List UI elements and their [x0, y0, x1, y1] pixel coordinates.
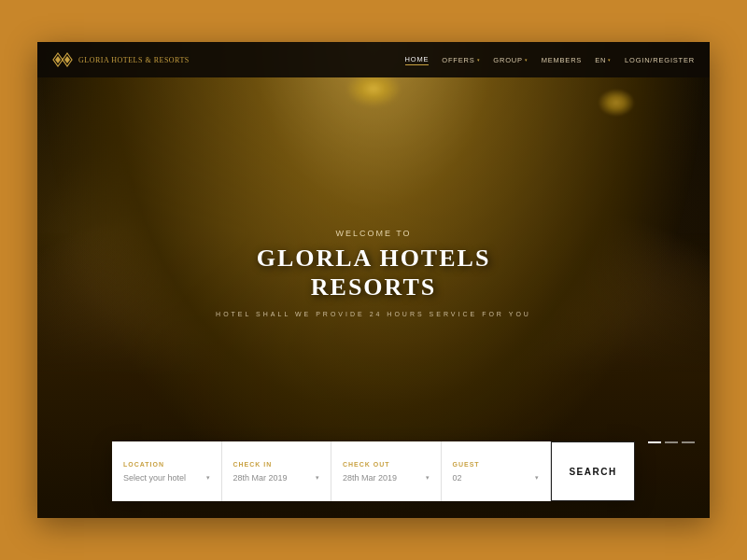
- nav-language[interactable]: EN ▾: [595, 56, 612, 64]
- navbar: Gloria Hotels & Resorts Home Offers ▾ Gr…: [37, 42, 710, 77]
- dot-1[interactable]: [648, 441, 661, 443]
- nav-login-register[interactable]: Login/Register: [625, 56, 695, 64]
- logo-area: Gloria Hotels & Resorts: [52, 52, 190, 67]
- logo-diamonds: [52, 52, 73, 67]
- search-button[interactable]: SEARCH: [551, 441, 635, 501]
- chevron-down-icon: ▾: [535, 474, 539, 482]
- nav-members[interactable]: Members: [542, 56, 583, 64]
- nav-links: Home Offers ▾ Group ▾ Members EN ▾ Login…: [405, 55, 695, 65]
- nav-offers[interactable]: Offers ▾: [442, 56, 480, 64]
- chevron-down-icon: ▾: [426, 474, 430, 482]
- location-value: Select your hotel: [123, 473, 186, 483]
- location-input-row: Select your hotel ▾: [123, 473, 210, 483]
- dot-3[interactable]: [682, 441, 695, 443]
- svg-marker-1: [55, 56, 61, 63]
- checkout-input-row: 28th Mar 2019 ▾: [343, 473, 430, 483]
- checkout-field[interactable]: Check Out 28th Mar 2019 ▾: [331, 441, 442, 501]
- checkin-input-row: 28th Mar 2019 ▾: [233, 473, 320, 483]
- location-label: Location: [123, 461, 210, 468]
- checkin-value: 28th Mar 2019: [233, 473, 288, 483]
- nav-home[interactable]: Home: [405, 55, 430, 65]
- hero-subtitle: Welcome To: [205, 229, 542, 238]
- guest-value: 02: [453, 473, 462, 483]
- nav-group[interactable]: Group ▾: [493, 56, 528, 64]
- svg-marker-3: [64, 56, 70, 63]
- guest-label: Guest: [453, 461, 540, 468]
- slide-dots: [648, 441, 695, 443]
- checkout-value: 28th Mar 2019: [343, 473, 397, 483]
- location-field[interactable]: Location Select your hotel ▾: [112, 441, 222, 501]
- dot-2[interactable]: [665, 441, 678, 443]
- chandelier-right: [598, 89, 635, 117]
- logo-text: Gloria Hotels & Resorts: [78, 56, 190, 64]
- checkin-label: Check In: [233, 461, 320, 468]
- browser-window: Gloria Hotels & Resorts Home Offers ▾ Gr…: [37, 42, 710, 518]
- hero-text-container: Welcome To GLORLA HOTELS RESORTS Hotel S…: [205, 229, 542, 317]
- guest-field[interactable]: Guest 02 ▾: [442, 441, 552, 501]
- chevron-down-icon: ▾: [608, 57, 612, 63]
- search-button-label: SEARCH: [569, 467, 616, 477]
- chevron-down-icon: ▾: [477, 57, 481, 63]
- chevron-down-icon: ▾: [206, 474, 210, 482]
- checkout-label: Check Out: [343, 461, 430, 468]
- guest-input-row: 02 ▾: [453, 473, 540, 483]
- checkin-field[interactable]: Check In 28th Mar 2019 ▾: [222, 441, 332, 501]
- hero-title: GLORLA HOTELS RESORTS: [205, 244, 542, 301]
- logo-icon: [52, 52, 73, 67]
- chevron-down-icon: ▾: [316, 474, 319, 482]
- chevron-down-icon: ▾: [525, 57, 529, 63]
- hero-tagline: Hotel Shall We Provide 24 Hours Service …: [205, 311, 542, 317]
- search-bar: Location Select your hotel ▾ Check In 28…: [112, 441, 635, 501]
